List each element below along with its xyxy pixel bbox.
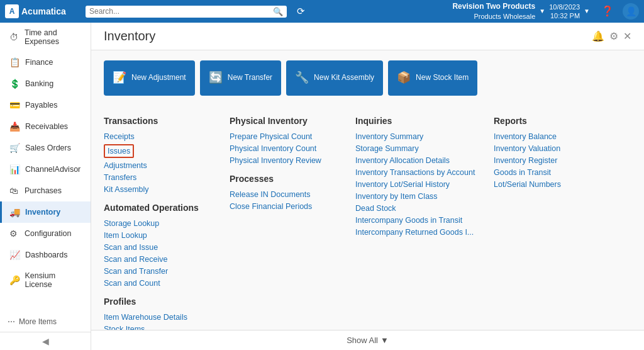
- show-all-button[interactable]: Show All ▼: [347, 336, 389, 345]
- link-physical-inventory-count[interactable]: Physical Inventory Count: [230, 144, 343, 153]
- settings-icon[interactable]: ⚙: [609, 30, 618, 42]
- sidebar-item-configuration[interactable]: ⚙ Configuration: [0, 223, 91, 244]
- sidebar-item-channel-advisor[interactable]: 📊 ChannelAdvisor: [0, 159, 91, 180]
- new-adjustment-button[interactable]: 📝 New Adjustment: [104, 60, 195, 96]
- sidebar-label-kensium-license: Kensium License: [25, 271, 83, 289]
- link-close-financial-periods[interactable]: Close Financial Periods: [230, 202, 343, 211]
- link-scan-and-transfer[interactable]: Scan and Transfer: [104, 267, 217, 276]
- processes-title: Processes: [230, 174, 343, 184]
- link-storage-lookup[interactable]: Storage Lookup: [104, 219, 217, 228]
- content-grid: Transactions Receipts Issues Adjustments…: [91, 101, 644, 350]
- link-inventory-lot-serial-history[interactable]: Inventory Lot/Serial History: [355, 180, 481, 189]
- sidebar-item-sales-orders[interactable]: 🛒 Sales Orders: [0, 137, 91, 159]
- link-inventory-summary[interactable]: Inventory Summary: [355, 132, 481, 141]
- page-header-actions: 🔔 ⚙ ✕: [592, 30, 631, 42]
- link-scan-and-issue[interactable]: Scan and Issue: [104, 243, 217, 252]
- show-all-label: Show All: [347, 336, 378, 345]
- sidebar-item-purchases[interactable]: 🛍 Purchases: [0, 180, 91, 201]
- link-lot-serial-numbers[interactable]: Lot/Serial Numbers: [494, 180, 607, 189]
- page-footer: Show All ▼: [91, 330, 644, 350]
- logo-text: Acumatica: [21, 6, 66, 16]
- close-icon[interactable]: ✕: [623, 30, 631, 42]
- link-physical-inventory-review[interactable]: Physical Inventory Review: [230, 156, 343, 165]
- link-inventory-balance[interactable]: Inventory Balance: [494, 132, 607, 141]
- sidebar-item-dashboards[interactable]: 📈 Dashboards: [0, 244, 91, 266]
- search-box[interactable]: 🔍: [86, 6, 287, 18]
- link-inventory-allocation-details[interactable]: Inventory Allocation Details: [355, 156, 481, 165]
- sidebar-bottom: ⋯ More Items ◀: [0, 312, 91, 350]
- new-adjustment-icon: 📝: [113, 71, 126, 85]
- link-inventory-transactions-by-account[interactable]: Inventory Transactions by Account: [355, 168, 481, 177]
- new-kit-assembly-icon: 🔧: [295, 71, 309, 85]
- link-inventory-by-item-class[interactable]: Inventory by Item Class: [355, 192, 481, 201]
- sidebar-label-sales-orders: Sales Orders: [25, 144, 71, 152]
- search-input[interactable]: [89, 7, 273, 16]
- automated-operations-title: Automated Operations: [104, 203, 217, 213]
- new-stock-item-icon: 📦: [397, 71, 411, 85]
- help-icon[interactable]: ❓: [599, 3, 616, 20]
- channel-advisor-icon: 📊: [9, 164, 20, 174]
- link-intercompany-returned-goods[interactable]: Intercompany Returned Goods I...: [355, 228, 481, 237]
- configuration-icon: ⚙: [9, 229, 19, 239]
- link-adjustments[interactable]: Adjustments: [104, 161, 217, 170]
- link-item-lookup[interactable]: Item Lookup: [104, 231, 217, 240]
- link-item-warehouse-details[interactable]: Item Warehouse Details: [104, 313, 217, 322]
- company-info[interactable]: Revision Two Products Products Wholesale: [452, 2, 535, 21]
- logo-icon: A: [5, 4, 19, 18]
- main-content: Inventory 🔔 ⚙ ✕ 📝 New Adjustment 🔄 New T…: [91, 23, 644, 350]
- link-scan-and-receive[interactable]: Scan and Receive: [104, 255, 217, 264]
- new-transfer-label: New Transfer: [228, 73, 272, 83]
- sidebar-label-finance: Finance: [25, 58, 53, 67]
- sidebar-label-inventory: Inventory: [25, 208, 60, 217]
- finance-icon: 📋: [9, 57, 20, 67]
- history-icon[interactable]: ⟳: [297, 6, 305, 17]
- sidebar-item-payables[interactable]: 💳 Payables: [0, 94, 91, 116]
- link-goods-in-transit[interactable]: Goods in Transit: [494, 168, 607, 177]
- link-inventory-register[interactable]: Inventory Register: [494, 156, 607, 165]
- sidebar-more-items[interactable]: ⋯ More Items: [0, 312, 91, 332]
- sidebar-label-configuration: Configuration: [25, 229, 71, 238]
- company-dropdown-icon[interactable]: ▼: [539, 8, 545, 14]
- more-items-dots: ⋯: [8, 317, 15, 326]
- new-kit-assembly-button[interactable]: 🔧 New Kit Assembly: [286, 60, 383, 96]
- new-transfer-button[interactable]: 🔄 New Transfer: [200, 60, 281, 96]
- link-intercompany-goods-in-transit[interactable]: Intercompany Goods in Transit: [355, 216, 481, 225]
- datetime-dropdown-icon[interactable]: ▼: [584, 8, 590, 14]
- link-storage-summary[interactable]: Storage Summary: [355, 144, 481, 153]
- user-avatar[interactable]: 👤: [623, 3, 639, 20]
- date: 10/8/2023: [549, 3, 580, 11]
- sidebar-item-banking[interactable]: 💲 Banking: [0, 73, 91, 94]
- bell-icon[interactable]: 🔔: [592, 30, 604, 42]
- link-release-in-documents[interactable]: Release IN Documents: [230, 190, 343, 199]
- company-name: Revision Two Products: [452, 2, 535, 12]
- sales-orders-icon: 🛒: [9, 143, 20, 153]
- sidebar-item-kensium-license[interactable]: 🔑 Kensium License: [0, 266, 91, 295]
- payables-icon: 💳: [9, 100, 20, 110]
- collapse-icon: ◀: [42, 336, 49, 346]
- physical-inventory-title: Physical Inventory: [230, 116, 343, 126]
- column-reports: Reports Inventory Balance Inventory Valu…: [494, 107, 619, 350]
- profiles-title: Profiles: [104, 296, 217, 307]
- sidebar-item-inventory[interactable]: 🚚 Inventory: [0, 201, 91, 223]
- link-scan-and-count[interactable]: Scan and Count: [104, 279, 217, 288]
- search-icon: 🔍: [273, 7, 283, 16]
- sidebar-item-time-expenses[interactable]: ⏱ Time and Expenses: [0, 23, 91, 52]
- sidebar-label-dashboards: Dashboards: [25, 251, 67, 259]
- link-prepare-physical-count[interactable]: Prepare Physical Count: [230, 132, 343, 141]
- link-dead-stock[interactable]: Dead Stock: [355, 204, 481, 213]
- sidebar-item-finance[interactable]: 📋 Finance: [0, 52, 91, 73]
- more-items-label: More Items: [19, 317, 57, 326]
- reports-title: Reports: [494, 116, 607, 126]
- new-stock-item-button[interactable]: 📦 New Stock Item: [388, 60, 477, 96]
- sidebar-collapse-button[interactable]: ◀: [0, 332, 91, 350]
- link-transfers[interactable]: Transfers: [104, 173, 217, 182]
- link-kit-assembly[interactable]: Kit Assembly: [104, 185, 217, 194]
- sidebar-label-purchases: Purchases: [25, 186, 62, 195]
- sidebar-label-banking: Banking: [25, 79, 53, 88]
- sidebar: ⏱ Time and Expenses 📋 Finance 💲 Banking …: [0, 23, 91, 350]
- link-receipts[interactable]: Receipts: [104, 132, 217, 141]
- link-inventory-valuation[interactable]: Inventory Valuation: [494, 144, 607, 153]
- link-issues[interactable]: Issues: [104, 144, 134, 158]
- sidebar-item-receivables[interactable]: 📥 Receivables: [0, 116, 91, 137]
- app-logo[interactable]: A Acumatica: [5, 4, 80, 18]
